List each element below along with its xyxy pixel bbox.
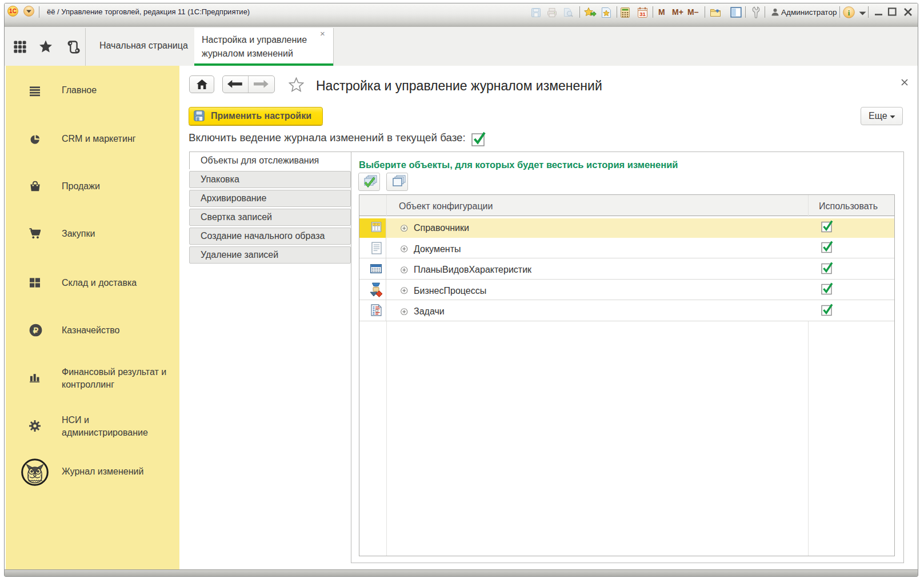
svg-text:₽: ₽ — [33, 326, 39, 335]
svg-text:1С: 1С — [9, 8, 17, 14]
svg-text:31: 31 — [639, 11, 646, 17]
svg-text:i: i — [848, 9, 850, 17]
